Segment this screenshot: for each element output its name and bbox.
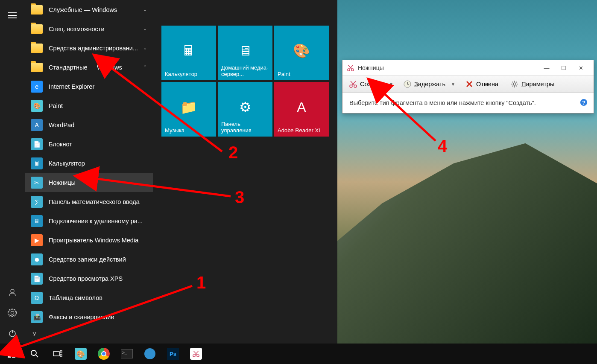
chevron-icon: ⌃ bbox=[143, 64, 147, 70]
app-icon: A bbox=[31, 119, 43, 131]
svg-line-16 bbox=[36, 355, 38, 357]
power-icon[interactable] bbox=[2, 323, 23, 344]
taskbar-photoshop[interactable]: Ps bbox=[161, 344, 184, 364]
annotation-3: 3 bbox=[235, 188, 244, 207]
folder-1[interactable]: Спец. возможности⌄ bbox=[25, 19, 153, 38]
tiles-area: 🖩Калькулятор🖥Домашний медиа-сервер...🎨Pa… bbox=[153, 0, 337, 344]
settings-icon[interactable] bbox=[2, 303, 23, 323]
create-label: Создать bbox=[360, 81, 383, 87]
create-dropdown[interactable]: ▼ bbox=[387, 82, 395, 87]
annotation-4: 4 bbox=[438, 137, 447, 156]
app-label: Средство записи действий bbox=[49, 256, 126, 263]
app-item-10[interactable]: 📄Средство просмотра XPS bbox=[25, 269, 153, 288]
app-item-5[interactable]: ✂Ножницы bbox=[25, 173, 153, 192]
tile-0[interactable]: 🖩Калькулятор bbox=[161, 26, 216, 80]
app-icon: Ω bbox=[31, 292, 43, 304]
folder-0[interactable]: Служебные — Windows⌄ bbox=[25, 0, 153, 19]
params-button[interactable]: Параметры bbox=[506, 78, 558, 90]
app-label: Блокнот bbox=[49, 141, 72, 148]
svg-rect-11 bbox=[8, 350, 11, 353]
app-label: Калькулятор bbox=[49, 160, 85, 167]
scissors-icon bbox=[349, 80, 357, 88]
svg-rect-18 bbox=[60, 350, 62, 353]
delay-dropdown[interactable]: ▼ bbox=[449, 82, 457, 87]
letter-section: У bbox=[25, 326, 153, 342]
app-item-9[interactable]: ⏺Средство записи действий bbox=[25, 250, 153, 269]
app-item-8[interactable]: ▶Проигрыватель Windows Media bbox=[25, 230, 153, 250]
tile-label: Paint bbox=[278, 71, 325, 78]
tile-5[interactable]: AAdobe Reader XI bbox=[274, 82, 329, 137]
maximize-button[interactable]: ☐ bbox=[555, 62, 572, 74]
body-text: Выберите тип фрагмента в меню или нажмит… bbox=[349, 99, 536, 106]
taskbar-app-blue[interactable] bbox=[138, 344, 161, 364]
app-item-11[interactable]: ΩТаблица символов bbox=[25, 288, 153, 307]
tile-4[interactable]: ⚙Панель управления bbox=[218, 82, 272, 137]
delay-label: Задержать bbox=[414, 81, 445, 87]
app-item-4[interactable]: 🖩Калькулятор bbox=[25, 154, 153, 173]
svg-rect-19 bbox=[60, 354, 62, 357]
app-icon: 🖥 bbox=[31, 215, 43, 227]
tile-label: Adobe Reader XI bbox=[278, 128, 325, 134]
app-item-7[interactable]: 🖥Подключение к удаленному ра... bbox=[25, 211, 153, 230]
folder-icon bbox=[31, 24, 43, 34]
tile-2[interactable]: 🎨Paint bbox=[274, 26, 329, 80]
tile-1[interactable]: 🖥Домашний медиа-сервер... bbox=[218, 26, 272, 80]
app-item-12[interactable]: 📠Факсы и сканирование bbox=[25, 307, 153, 326]
user-icon[interactable] bbox=[2, 282, 23, 303]
taskbar-snipping[interactable] bbox=[184, 344, 208, 364]
svg-text:?: ? bbox=[582, 100, 585, 106]
chevron-icon: ⌄ bbox=[143, 45, 147, 51]
tile-label: Панель управления bbox=[221, 121, 269, 134]
toolbar: Создать ▼ Задержать ▼ Отмена Параметры bbox=[342, 76, 594, 93]
svg-rect-13 bbox=[8, 354, 11, 358]
cancel-icon bbox=[465, 80, 474, 88]
scissors-icon bbox=[347, 64, 354, 72]
snip-body: Выберите тип фрагмента в меню или нажмит… bbox=[342, 93, 594, 113]
app-item-1[interactable]: 🎨Paint bbox=[25, 96, 153, 115]
folder-3[interactable]: Стандартные — Windows⌃ bbox=[25, 58, 153, 77]
app-label: Paint bbox=[49, 102, 63, 109]
start-rail bbox=[0, 0, 25, 344]
app-icon: 🎨 bbox=[31, 100, 43, 112]
create-button[interactable]: Создать bbox=[345, 78, 387, 90]
hamburger-icon[interactable] bbox=[2, 5, 23, 26]
taskbar-terminal[interactable]: >_ bbox=[115, 344, 138, 364]
tile-3[interactable]: 📁Музыка bbox=[161, 82, 216, 137]
svg-point-15 bbox=[31, 350, 36, 355]
app-item-3[interactable]: 📄Блокнот bbox=[25, 134, 153, 154]
taskbar-paint[interactable]: 🎨 bbox=[69, 344, 92, 364]
tile-label: Калькулятор bbox=[165, 71, 213, 78]
help-icon[interactable]: ? bbox=[580, 99, 588, 106]
taskbar-chrome[interactable] bbox=[92, 344, 115, 364]
svg-rect-17 bbox=[53, 352, 59, 356]
app-item-6[interactable]: ∑Панель математического ввода bbox=[25, 192, 153, 211]
folder-icon bbox=[31, 44, 43, 53]
taskview-button[interactable] bbox=[46, 344, 69, 364]
app-list: Служебные — Windows⌄Спец. возможности⌄Ср… bbox=[25, 0, 153, 344]
svg-point-0 bbox=[11, 289, 14, 293]
tile-icon: 📁 bbox=[180, 98, 198, 116]
tile-icon: 🖩 bbox=[180, 42, 198, 60]
chevron-icon: ⌄ bbox=[143, 7, 147, 12]
app-label: Подключение к удаленному ра... bbox=[49, 218, 143, 224]
app-item-2[interactable]: AWordPad bbox=[25, 115, 153, 134]
close-button[interactable]: ✕ bbox=[572, 62, 589, 74]
cancel-button[interactable]: Отмена bbox=[461, 78, 502, 90]
folder-label: Стандартные — Windows bbox=[49, 64, 122, 71]
folder-2[interactable]: Средства администрировани...⌄ bbox=[25, 38, 153, 58]
titlebar[interactable]: Ножницы — ☐ ✕ bbox=[342, 60, 594, 76]
app-label: Internet Explorer bbox=[49, 83, 94, 90]
minimize-button[interactable]: — bbox=[538, 62, 555, 74]
start-menu: Служебные — Windows⌄Спец. возможности⌄Ср… bbox=[0, 0, 337, 344]
app-icon: ⏺ bbox=[31, 253, 43, 265]
search-button[interactable] bbox=[23, 344, 46, 364]
start-button[interactable] bbox=[0, 344, 23, 364]
tile-label: Домашний медиа-сервер... bbox=[221, 65, 269, 78]
app-item-0[interactable]: eInternet Explorer bbox=[25, 77, 153, 96]
app-icon: e bbox=[31, 81, 43, 93]
delay-button[interactable]: Задержать bbox=[399, 78, 449, 90]
chevron-icon: ⌄ bbox=[143, 26, 147, 32]
tile-icon: A bbox=[293, 98, 310, 116]
clock-icon bbox=[403, 80, 412, 88]
snipping-tool-window: Ножницы — ☐ ✕ Создать ▼ Задержать ▼ Отме… bbox=[342, 60, 594, 114]
